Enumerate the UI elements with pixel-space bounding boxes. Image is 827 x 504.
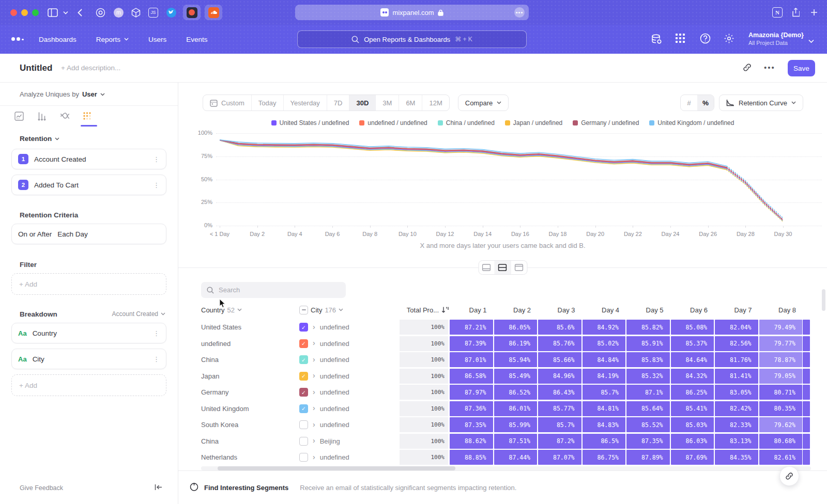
- legend-item[interactable]: undefined / undefined: [359, 119, 427, 127]
- cell-retention-value[interactable]: 85.76%: [538, 336, 581, 351]
- cell-retention-value[interactable]: 78.87%: [759, 352, 803, 367]
- cell-retention-value[interactable]: 87.35%: [626, 434, 670, 449]
- cell-retention-value[interactable]: 79.62%: [759, 417, 803, 432]
- cell-retention-value[interactable]: 85.03%: [671, 417, 714, 432]
- row-checkbox[interactable]: ✓: [299, 355, 308, 364]
- tab-funnels[interactable]: [36, 109, 48, 123]
- cell-retention-value[interactable]: 87.89%: [626, 450, 670, 465]
- cell-retention-value[interactable]: 85.08%: [671, 320, 714, 335]
- cell-retention-value[interactable]: 82.33%: [715, 417, 758, 432]
- expand-row-icon[interactable]: ›: [313, 437, 315, 444]
- add-filter-button[interactable]: + Add: [11, 273, 166, 295]
- table-search[interactable]: [201, 282, 346, 298]
- retention-section-header[interactable]: Retention: [20, 135, 59, 143]
- vertical-scrollbar-thumb[interactable]: [822, 289, 825, 311]
- column-header-day-5[interactable]: Day 5: [626, 306, 670, 314]
- back-icon[interactable]: [78, 6, 82, 19]
- more-options-icon[interactable]: ⋮: [153, 182, 160, 188]
- analyze-value[interactable]: User: [82, 90, 97, 98]
- share-link-button[interactable]: [779, 466, 799, 486]
- nav-item-reports[interactable]: Reports: [96, 36, 129, 43]
- expand-row-icon[interactable]: ›: [313, 339, 315, 346]
- settings-gear-icon[interactable]: [724, 33, 734, 46]
- cell-retention-value[interactable]: 84.64%: [671, 352, 714, 367]
- cell-retention-value[interactable]: 85.91%: [626, 336, 670, 351]
- page-settings-icon[interactable]: •••: [514, 7, 525, 18]
- segments-title[interactable]: Find Interesting Segments: [204, 484, 288, 492]
- save-button[interactable]: Save: [788, 60, 815, 76]
- cell-retention-value[interactable]: 84.81%: [583, 401, 626, 416]
- cell-retention-value[interactable]: 85.66%: [538, 352, 581, 367]
- traffic-light-zoom[interactable]: [32, 9, 39, 16]
- row-checkbox[interactable]: [299, 437, 308, 446]
- expand-row-icon[interactable]: ›: [313, 453, 315, 461]
- range-12m[interactable]: 12M: [422, 95, 449, 111]
- table-row[interactable]: Netherlands›undefined100%88.85%87.44%87.…: [201, 449, 816, 466]
- column-header-day-7[interactable]: Day 7: [714, 306, 759, 314]
- add-breakdown-button[interactable]: + Add: [11, 374, 166, 396]
- table-row[interactable]: Germany✓›undefined100%87.97%86.52%86.43%…: [201, 384, 816, 401]
- select-all-checkbox[interactable]: [299, 306, 308, 314]
- expand-row-icon[interactable]: ›: [313, 388, 315, 396]
- extension-1password-icon[interactable]: [96, 6, 105, 19]
- breakdown-item-city[interactable]: AaCity⋮: [11, 349, 166, 369]
- tab-insights[interactable]: [13, 109, 25, 123]
- tab-retention[interactable]: [82, 109, 93, 123]
- range-30d[interactable]: 30D: [349, 95, 376, 111]
- cell-retention-value[interactable]: 85.32%: [626, 369, 670, 384]
- cell-retention-value[interactable]: 83.13%: [715, 434, 758, 449]
- give-feedback-link[interactable]: Give Feedback: [20, 484, 63, 492]
- layout-table-only-button[interactable]: [511, 261, 527, 274]
- copy-link-icon[interactable]: [743, 63, 752, 74]
- cell-retention-value[interactable]: 86.43%: [538, 385, 581, 400]
- more-options-icon[interactable]: •••: [764, 63, 775, 72]
- column-header-day-2[interactable]: Day 2: [494, 306, 538, 314]
- notion-extension-icon[interactable]: N: [772, 6, 783, 19]
- retention-step-2[interactable]: 2Added To Cart⋮: [11, 175, 166, 195]
- expand-row-icon[interactable]: ›: [313, 356, 315, 363]
- cell-retention-value[interactable]: 85.49%: [494, 369, 538, 384]
- cell-retention-value[interactable]: 86.52%: [494, 385, 538, 400]
- cell-retention-value[interactable]: 79.05%: [759, 369, 803, 384]
- cell-retention-value[interactable]: 86.03%: [671, 434, 714, 449]
- cell-retention-value[interactable]: 87.39%: [450, 336, 493, 351]
- retention-step-1[interactable]: 1Account Created⋮: [11, 149, 166, 169]
- cell-retention-value[interactable]: 80.71%: [759, 385, 803, 400]
- cell-retention-value[interactable]: 85.77%: [538, 401, 581, 416]
- cell-retention-value[interactable]: 84.83%: [583, 417, 626, 432]
- cell-retention-value[interactable]: 87.1%: [626, 385, 670, 400]
- nav-item-users[interactable]: Users: [148, 36, 166, 43]
- legend-item[interactable]: United States / undefined: [271, 119, 349, 127]
- cell-retention-value[interactable]: 87.51%: [494, 434, 538, 449]
- cell-retention-value[interactable]: 85.64%: [626, 401, 670, 416]
- breakdown-event-selector[interactable]: Account Created: [112, 310, 165, 318]
- column-header-day-3[interactable]: Day 3: [538, 306, 582, 314]
- cell-retention-value[interactable]: 87.07%: [538, 450, 581, 465]
- expand-row-icon[interactable]: ›: [313, 404, 315, 412]
- cell-retention-value[interactable]: 87.21%: [450, 320, 493, 335]
- layout-chart-only-button[interactable]: [479, 261, 495, 274]
- cell-retention-value[interactable]: 79.77%: [759, 336, 803, 351]
- apps-grid-icon[interactable]: [675, 33, 685, 45]
- expand-row-icon[interactable]: ›: [313, 323, 315, 330]
- criteria-on-or-after[interactable]: On or After: [18, 230, 52, 238]
- row-checkbox[interactable]: ✓: [299, 372, 308, 381]
- extension-soundcloud-icon[interactable]: [205, 5, 222, 20]
- cell-retention-value[interactable]: 86.75%: [583, 450, 626, 465]
- extension-js-icon[interactable]: JS: [148, 6, 158, 19]
- project-switcher[interactable]: Amazonia {Demo} All Project Data: [748, 32, 804, 46]
- more-options-icon[interactable]: ⋮: [153, 330, 160, 337]
- sidebar-toggle-icon[interactable]: [48, 6, 58, 19]
- range-3m[interactable]: 3M: [376, 95, 399, 111]
- column-header-day-4[interactable]: Day 4: [582, 306, 626, 314]
- table-row[interactable]: United Kingdom✓›undefined100%87.36%86.01…: [201, 401, 816, 417]
- range-7d[interactable]: 7D: [327, 95, 350, 111]
- cell-retention-value[interactable]: 85.99%: [494, 417, 538, 432]
- expand-row-icon[interactable]: ›: [313, 372, 315, 379]
- cell-retention-value[interactable]: 84.84%: [583, 352, 626, 367]
- chart-type-selector[interactable]: Retention Curve: [719, 94, 803, 111]
- cell-retention-value[interactable]: 83.05%: [715, 385, 758, 400]
- column-header-day-1[interactable]: Day 1: [449, 306, 494, 314]
- criteria-each-day[interactable]: Each Day: [57, 230, 160, 238]
- extension-m-icon[interactable]: m: [114, 6, 124, 19]
